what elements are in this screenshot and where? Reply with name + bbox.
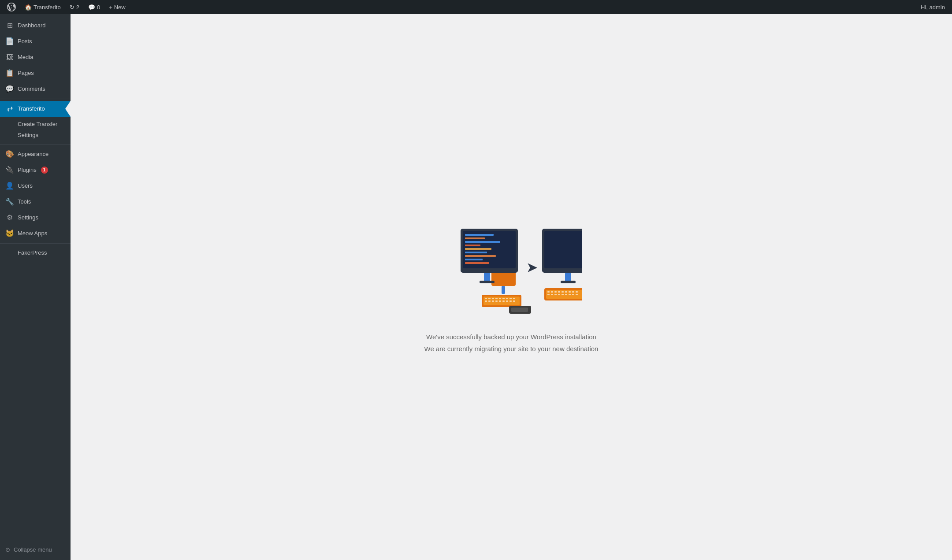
svg-rect-30: [513, 300, 515, 302]
updates-count: 2: [76, 4, 79, 11]
meow-icon: 🐱: [5, 229, 14, 238]
svg-rect-50: [561, 281, 576, 283]
computers-illustration: ➤: [441, 220, 582, 317]
sidebar-item-dashboard[interactable]: ⊞ Dashboard: [0, 18, 71, 33]
sidebar-item-label: Settings: [18, 214, 38, 222]
sidebar-item-media[interactable]: 🖼 Media: [0, 49, 71, 65]
svg-rect-56: [558, 291, 560, 293]
pages-icon: 📋: [5, 69, 14, 78]
sidebar-item-label: Tools: [18, 198, 31, 206]
sidebar: ⊞ Dashboard 📄 Posts 🖼 Media 📋 Pages 💬 Co…: [0, 14, 71, 560]
sidebar-item-users[interactable]: 👤 Users: [0, 178, 71, 194]
svg-rect-61: [576, 291, 578, 293]
svg-rect-29: [509, 300, 512, 302]
svg-rect-28: [506, 300, 508, 302]
sidebar-item-label: Pages: [18, 69, 34, 77]
active-indicator: [65, 101, 71, 117]
svg-rect-68: [569, 294, 571, 295]
sidebar-item-label: Comments: [18, 85, 45, 93]
svg-rect-36: [465, 237, 485, 239]
collapse-menu-button[interactable]: ⊙ Collapse menu: [0, 543, 71, 556]
svg-rect-40: [465, 252, 487, 253]
new-button[interactable]: + New: [105, 0, 129, 14]
svg-rect-39: [465, 248, 491, 250]
sidebar-item-plugins[interactable]: 🔌 Plugins 1: [0, 162, 71, 178]
plugins-badge: 1: [41, 167, 48, 174]
svg-rect-32: [511, 308, 528, 312]
updates-button[interactable]: ↻ 2: [66, 0, 83, 14]
sidebar-item-meow-apps[interactable]: 🐱 Meow Apps: [0, 226, 71, 241]
sidebar-item-label: Meow Apps: [18, 230, 47, 237]
svg-rect-14: [488, 298, 491, 299]
comments-icon: 💬: [88, 4, 95, 11]
svg-rect-10: [502, 286, 505, 294]
sidebar-item-settings[interactable]: ⚙ Settings: [0, 210, 71, 226]
svg-rect-49: [565, 273, 571, 282]
layout: ⊞ Dashboard 📄 Posts 🖼 Media 📋 Pages 💬 Co…: [0, 14, 952, 560]
wp-logo-button[interactable]: [4, 0, 19, 14]
comments-button[interactable]: 💬 0: [85, 0, 104, 14]
sidebar-item-fakerpress[interactable]: FakerPress: [0, 247, 71, 258]
svg-rect-48: [544, 231, 582, 268]
sidebar-item-label: Plugins: [18, 166, 37, 174]
submenu-create-transfer[interactable]: Create Transfer: [0, 119, 71, 130]
settings-icon: ⚙: [5, 213, 14, 222]
tools-icon: 🔧: [5, 197, 14, 206]
svg-rect-64: [554, 294, 557, 295]
sidebar-item-label: Posts: [18, 37, 32, 45]
svg-rect-43: [465, 262, 489, 264]
svg-rect-58: [565, 291, 567, 293]
collapse-label: Collapse menu: [14, 546, 52, 553]
svg-rect-62: [547, 294, 550, 295]
svg-rect-44: [484, 273, 490, 282]
sidebar-item-appearance[interactable]: 🎨 Appearance: [0, 146, 71, 162]
migration-line1: We've successfully backed up your WordPr…: [424, 331, 599, 343]
svg-rect-63: [551, 294, 553, 295]
submenu-settings[interactable]: Settings: [0, 130, 71, 141]
transferito-submenu: Create Transfer Settings: [0, 117, 71, 142]
comments-count: 0: [97, 4, 100, 11]
admin-bar: 🏠 Transferito ↻ 2 💬 0 + New Hi, admin: [0, 0, 952, 14]
svg-rect-54: [551, 291, 553, 293]
migration-container: ➤: [407, 193, 616, 381]
sidebar-item-label: Transferito: [18, 105, 45, 113]
users-icon: 👤: [5, 182, 14, 190]
svg-rect-19: [506, 298, 508, 299]
user-greeting[interactable]: Hi, admin: [917, 0, 948, 14]
svg-rect-45: [480, 281, 495, 283]
svg-rect-59: [569, 291, 571, 293]
site-name-button[interactable]: 🏠 Transferito: [21, 0, 64, 14]
collapse-icon: ⊙: [5, 546, 10, 553]
sidebar-item-comments[interactable]: 💬 Comments: [0, 81, 71, 97]
wordpress-icon: [7, 3, 16, 11]
sidebar-item-posts[interactable]: 📄 Posts: [0, 33, 71, 49]
svg-rect-37: [465, 241, 500, 243]
updates-icon: ↻: [70, 4, 74, 11]
migration-graphic: ➤: [441, 220, 582, 317]
svg-rect-15: [492, 298, 494, 299]
transferito-icon: ⇄: [5, 104, 14, 113]
svg-rect-13: [485, 298, 487, 299]
adminbar-right: Hi, admin: [917, 0, 948, 14]
svg-rect-27: [502, 300, 505, 302]
svg-rect-41: [465, 255, 496, 257]
svg-rect-26: [499, 300, 501, 302]
migration-text: We've successfully backed up your WordPr…: [424, 331, 599, 355]
menu-separator-2: [0, 144, 71, 145]
svg-rect-66: [562, 294, 564, 295]
svg-rect-20: [509, 298, 512, 299]
svg-rect-24: [492, 300, 494, 302]
sidebar-item-tools[interactable]: 🔧 Tools: [0, 194, 71, 210]
site-name: Transferito: [33, 4, 61, 11]
svg-rect-65: [558, 294, 560, 295]
svg-rect-18: [502, 298, 505, 299]
svg-rect-38: [465, 245, 480, 246]
sidebar-item-label: Appearance: [18, 150, 48, 158]
sidebar-item-pages[interactable]: 📋 Pages: [0, 65, 71, 81]
sidebar-item-label: Users: [18, 182, 33, 190]
appearance-icon: 🎨: [5, 150, 14, 159]
comments-menu-icon: 💬: [5, 85, 14, 93]
svg-rect-60: [572, 291, 574, 293]
sidebar-item-transferito[interactable]: ⇄ Transferito: [0, 101, 71, 117]
menu-separator-3: [0, 243, 71, 244]
